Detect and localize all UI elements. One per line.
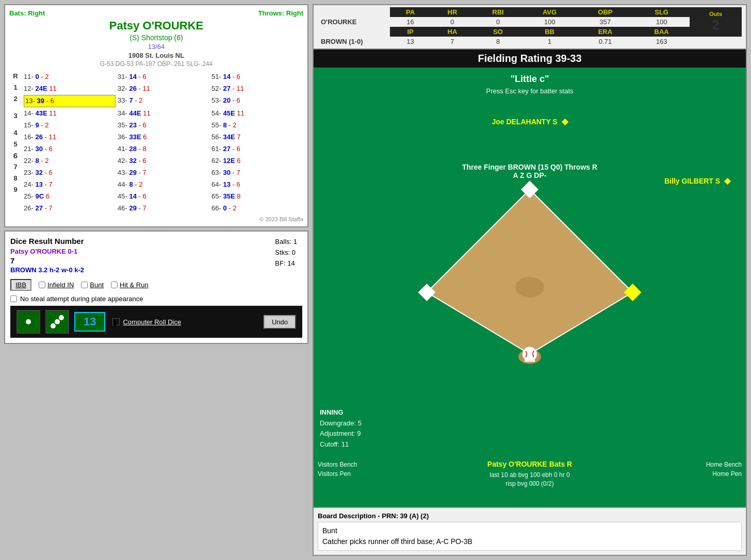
player-team: 1908 St. Louis NL	[9, 52, 303, 59]
dice-43: 43- 29 - 7	[118, 167, 209, 178]
player3-name: Billy GILBERT S	[664, 177, 720, 185]
dice-52: 52- 27 - 11	[211, 83, 303, 94]
row-3: 3	[9, 105, 22, 127]
dice-24: 24- 13 - 7	[24, 179, 116, 190]
row-5: 5	[9, 139, 22, 150]
die-face-2	[45, 310, 69, 334]
stks: Stks: 0	[275, 248, 297, 258]
batter-avg: 100	[522, 17, 577, 27]
scoreboard-table: PA HR RBI AVG OBP SLG Outs 2 O'ROURKE 16…	[318, 7, 742, 46]
row-6: 6	[9, 150, 22, 161]
row-9: 9	[9, 184, 22, 195]
dice-64: 64- 13 - 6	[211, 179, 303, 190]
dice-62: 62- 12E 6	[211, 155, 303, 167]
visitors-bench: Visitors Bench Visitors Pen	[318, 460, 357, 479]
hit-run-item: Hit & Run	[111, 281, 149, 289]
dice-result-inner: Dice Result Number Patsy O'ROURKE 0-1 7 …	[10, 237, 302, 274]
hit-run-checkbox[interactable]	[111, 282, 118, 288]
dice-36: 36- 33E 6	[118, 131, 209, 143]
bunt-checkbox[interactable]	[81, 282, 88, 288]
dice-44: 44- 8 - 2	[118, 179, 209, 190]
inning-title: INNING	[320, 407, 362, 418]
dice-34: 34- 44E 11	[118, 108, 209, 119]
esc-text-value: Press Esc key for batter stats	[486, 87, 573, 95]
player1-diamond-icon: ◆	[562, 117, 568, 126]
dice-45: 45- 14 - 6	[118, 191, 209, 202]
header-era: ERA	[577, 27, 633, 37]
header-slg: SLG	[633, 7, 690, 17]
batter-stats-bottom: last 10 ab bvg 100 ebh 0 hr 0	[314, 471, 746, 479]
board-description: Board Description - PRN: 39 (A) (2) Bunt…	[314, 507, 746, 555]
player-position: (S) Shortstop (6)	[9, 34, 303, 42]
dice-12: 12- 24E 11	[24, 83, 116, 94]
balls: Balls: 1	[275, 237, 297, 248]
dice-63: 63- 30 - 7	[211, 167, 303, 178]
hit-run-label[interactable]: Hit & Run	[120, 281, 149, 289]
header-so: SO	[474, 27, 522, 37]
field-svg	[314, 68, 746, 507]
batter-obp: 357	[577, 17, 633, 27]
dice-65: 65- 35E 8	[211, 191, 303, 202]
infield-in-label[interactable]: Infield IN	[47, 281, 74, 289]
board-desc-title: Board Description - PRN: 39 (A) (2)	[318, 512, 742, 520]
ibb-button[interactable]: IBB	[10, 279, 31, 291]
field-area: "Little c" Press Esc key for batter stat…	[314, 68, 746, 507]
pitcher-name: BROWN (1-0)	[318, 37, 390, 46]
main-container: Bats: Right Throws: Right Patsy O'ROURKE…	[0, 0, 751, 560]
bf: BF: 14	[275, 258, 297, 269]
player2-extra: A Z G DP-	[462, 171, 597, 179]
dice-55: 55- 8 - 2	[211, 120, 303, 131]
little-c-value: "Little c"	[510, 74, 549, 84]
throws-label: Throws: Right	[258, 9, 303, 17]
die-dot-1	[26, 319, 31, 324]
batter-rbi: 0	[474, 17, 522, 27]
dice-41: 41- 28 - 8	[118, 143, 209, 155]
player-fraction: 13/64	[9, 43, 303, 51]
row-8: 8	[9, 173, 22, 184]
dice-result-number: 7	[10, 256, 302, 265]
no-steal-checkbox[interactable]	[10, 295, 17, 302]
infield-in-item: Infield IN	[39, 281, 74, 289]
die-face-1	[17, 310, 40, 334]
left-panel: Bats: Right Throws: Right Patsy O'ROURKE…	[4, 4, 308, 556]
header-obp: OBP	[577, 7, 633, 17]
board-desc-line1: Bunt	[322, 525, 737, 536]
dice-54: 54- 45E 11	[211, 108, 303, 119]
no-steal-row: No steal attempt during plate appearance	[10, 295, 302, 303]
batter-name-field: Patsy O'ROURKE Bats R	[487, 460, 572, 468]
batter-slg: 100	[633, 17, 690, 27]
header-pa: PA	[390, 7, 431, 17]
player3-diamond-icon: ◆	[724, 176, 730, 185]
visitors-bench-label: Visitors Bench	[318, 460, 357, 469]
bats-value: Right	[28, 9, 45, 17]
little-c-text: "Little c"	[314, 74, 746, 85]
row-4: 4	[9, 127, 22, 139]
bats-throws: Bats: Right Throws: Right	[9, 9, 303, 17]
dice-22: 22- 8 - 2	[24, 155, 116, 167]
bunt-label[interactable]: Bunt	[90, 281, 104, 289]
row-7: 7	[9, 161, 22, 173]
row-r: R	[9, 71, 22, 82]
player-stats: G-53 DG-53 PA-187 OBP-.261 SLG-.244	[9, 60, 303, 68]
pitcher-baa: 163	[633, 37, 690, 46]
pitcher-bb: 1	[522, 37, 577, 46]
dice-46: 46- 29 - 7	[118, 203, 209, 214]
batter-risp-bottom: risp bvg 000 (0/2)	[314, 480, 746, 487]
pitcher-row: BROWN (1-0) 13 7 8 1 0.71 163	[318, 37, 742, 46]
dice-result-pitcher: BROWN 3.2 h-2 w-0 k-2	[10, 266, 302, 274]
dice-16: 16- 26 - 11	[24, 131, 116, 143]
undo-button[interactable]: Undo	[264, 315, 296, 329]
checkboxes-row: IBB Infield IN Bunt Hit & Run	[10, 279, 302, 291]
board-desc-text: Bunt Catcher picks runner off third base…	[318, 522, 742, 551]
computer-roll-label[interactable]: Computer Roll Dice	[123, 318, 181, 326]
dice-42: 42- 32 - 6	[118, 155, 209, 167]
infield-in-checkbox[interactable]	[39, 282, 45, 288]
header-rbi: RBI	[474, 7, 522, 17]
die-dot-2b	[55, 319, 60, 324]
right-panel: PA HR RBI AVG OBP SLG Outs 2 O'ROURKE 16…	[313, 4, 747, 556]
player1-label: Joe DELAHANTY S ◆	[492, 117, 567, 126]
outs-label: Outs	[693, 11, 739, 17]
dice-13: 13- 39 - 6	[24, 95, 116, 107]
player-name: Patsy O'ROURKE	[9, 19, 303, 32]
pitcher-ha: 7	[431, 37, 474, 46]
